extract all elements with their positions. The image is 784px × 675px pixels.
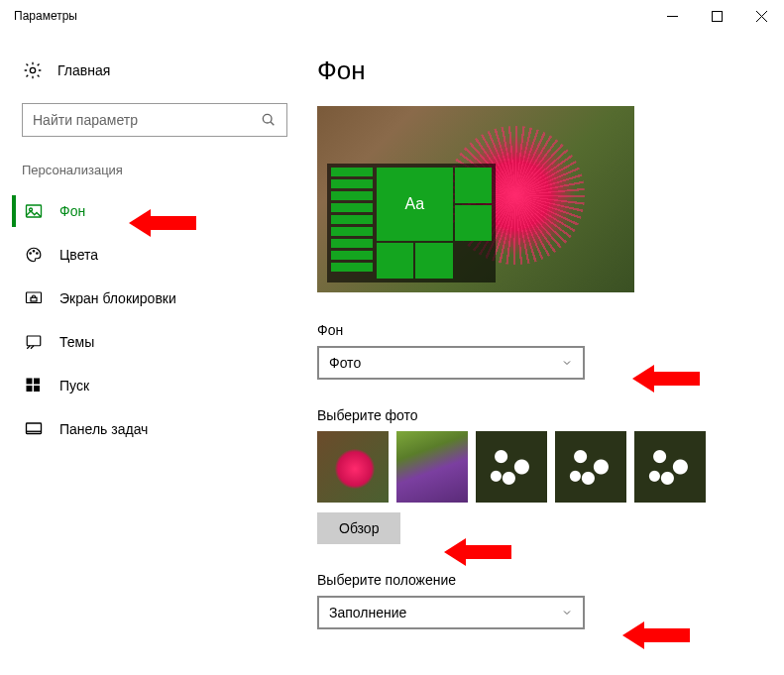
start-preview: Aa: [327, 164, 496, 282]
sidebar-item-start[interactable]: Пуск: [12, 364, 297, 407]
home-nav[interactable]: Главная: [12, 52, 297, 89]
svg-point-5: [263, 114, 272, 123]
svg-point-4: [30, 67, 35, 72]
svg-rect-18: [34, 386, 40, 392]
fit-dropdown[interactable]: Заполнение: [317, 596, 585, 629]
search-placeholder: Найти параметр: [33, 112, 138, 128]
close-button[interactable]: [739, 1, 784, 31]
photo-thumb[interactable]: [476, 431, 547, 503]
sidebar-item-lockscreen[interactable]: Экран блокировки: [12, 277, 297, 320]
annotation-arrow: [632, 365, 700, 393]
sidebar-item-label: Фон: [59, 203, 85, 219]
themes-icon: [24, 332, 44, 352]
chevron-down-icon: [561, 357, 573, 369]
start-icon: [24, 376, 44, 395]
photo-thumb-row: [317, 431, 754, 503]
taskbar-icon: [24, 419, 44, 439]
wallpaper-preview: Aa: [317, 106, 634, 292]
photo-thumb[interactable]: [634, 431, 706, 503]
page-title: Фон: [317, 56, 754, 86]
fit-label: Выберите положение: [317, 572, 754, 588]
background-dropdown[interactable]: Фото: [317, 346, 585, 380]
fit-value: Заполнение: [329, 605, 406, 620]
svg-rect-1: [713, 11, 723, 21]
svg-line-6: [271, 122, 274, 125]
main-panel: Фон Aa Фон Фото Выберите фото: [317, 52, 784, 657]
sidebar-item-label: Панель задач: [59, 421, 148, 437]
search-input[interactable]: Найти параметр: [22, 103, 287, 137]
minimize-button[interactable]: [650, 1, 695, 31]
search-icon: [261, 112, 277, 128]
svg-point-10: [33, 251, 35, 253]
photo-thumb[interactable]: [555, 431, 626, 503]
background-label: Фон: [317, 322, 754, 338]
sidebar-item-colors[interactable]: Цвета: [12, 233, 297, 277]
choose-photo-label: Выберите фото: [317, 407, 754, 423]
svg-rect-16: [34, 379, 40, 385]
svg-rect-15: [27, 379, 33, 385]
annotation-arrow: [444, 538, 511, 566]
chevron-down-icon: [561, 607, 573, 619]
annotation-arrow: [129, 209, 196, 237]
annotation-arrow: [622, 621, 690, 649]
window-title: Параметры: [14, 9, 77, 23]
palette-icon: [24, 245, 44, 265]
sidebar-item-label: Цвета: [59, 247, 98, 263]
lockscreen-icon: [24, 288, 44, 308]
sidebar-item-label: Темы: [59, 334, 94, 350]
browse-button[interactable]: Обзор: [317, 512, 400, 544]
photo-thumb[interactable]: [396, 431, 468, 503]
sidebar-item-label: Экран блокировки: [59, 290, 176, 306]
svg-rect-17: [27, 386, 33, 392]
svg-rect-13: [31, 297, 37, 301]
background-value: Фото: [329, 355, 361, 371]
home-label: Главная: [57, 62, 110, 78]
sample-tile: Aa: [377, 168, 453, 241]
sidebar-item-label: Пуск: [59, 378, 89, 394]
maximize-button[interactable]: [695, 1, 739, 31]
svg-point-9: [30, 253, 32, 255]
svg-point-11: [37, 253, 39, 255]
section-header: Персонализация: [12, 163, 297, 189]
sidebar: Главная Найти параметр Персонализация Фо…: [10, 52, 317, 657]
sidebar-item-taskbar[interactable]: Панель задач: [12, 407, 297, 451]
titlebar: Параметры: [0, 0, 784, 32]
gear-icon: [22, 59, 44, 81]
svg-rect-14: [27, 336, 41, 346]
picture-icon: [24, 201, 44, 221]
sidebar-item-themes[interactable]: Темы: [12, 320, 297, 364]
photo-thumb[interactable]: [317, 431, 389, 503]
window-controls: [650, 1, 784, 31]
